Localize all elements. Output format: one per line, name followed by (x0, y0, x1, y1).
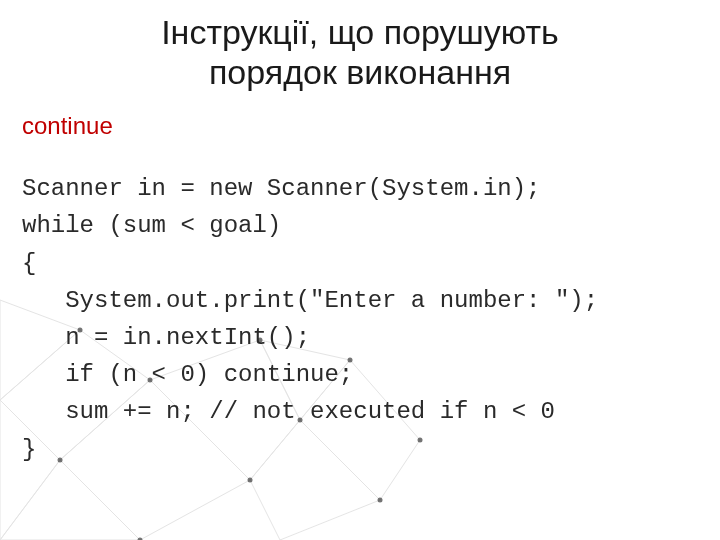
code-line: System.out.print("Enter a number: "); (22, 287, 598, 314)
code-line: while (sum < goal) (22, 212, 281, 239)
title-line-2: порядок виконання (209, 53, 511, 91)
keyword-label: continue (22, 112, 698, 140)
title-line-1: Інструкції, що порушують (161, 13, 559, 51)
code-line: sum += n; // not executed if n < 0 (22, 398, 555, 425)
code-line: Scanner in = new Scanner(System.in); (22, 175, 540, 202)
slide-title: Інструкції, що порушують порядок виконан… (22, 12, 698, 92)
code-line: } (22, 436, 36, 463)
code-line: n = in.nextInt(); (22, 324, 310, 351)
code-line: { (22, 250, 36, 277)
code-block: Scanner in = new Scanner(System.in); whi… (22, 170, 698, 468)
slide-content: Інструкції, що порушують порядок виконан… (0, 0, 720, 540)
code-line: if (n < 0) continue; (22, 361, 353, 388)
